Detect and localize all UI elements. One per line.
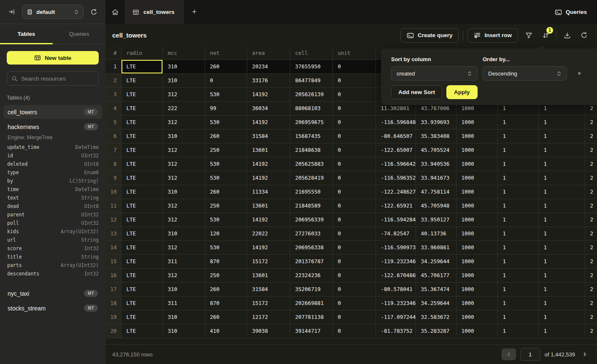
table-cell[interactable]: -117.097244 — [375, 310, 416, 324]
table-cell[interactable]: 0 — [332, 282, 375, 296]
table-cell[interactable]: 15172 — [247, 296, 290, 310]
table-cell[interactable]: 1000 — [456, 296, 497, 310]
table-cell[interactable]: 1 — [538, 199, 585, 213]
table-cell[interactable]: LTE — [121, 213, 162, 226]
table-cell[interactable]: 312 — [162, 240, 205, 254]
table-cell[interactable]: LTE — [121, 324, 162, 338]
table-cell[interactable]: 40.13736 — [416, 226, 456, 240]
table-cell[interactable]: 311 — [162, 296, 205, 310]
table-cell[interactable]: 2 — [585, 115, 597, 129]
table-cell[interactable]: 205625883 — [290, 157, 332, 171]
table-cell[interactable]: 2 — [585, 254, 597, 268]
table-cell[interactable]: -81.783752 — [375, 324, 416, 338]
table-cell[interactable]: 207781138 — [290, 310, 332, 324]
table-cell[interactable]: 1000 — [456, 240, 497, 254]
table-cell[interactable]: 410 — [205, 324, 247, 338]
table-cell[interactable]: 0 — [332, 115, 375, 129]
table-cell[interactable]: 32.583672 — [416, 310, 456, 324]
table-cell[interactable]: 0 — [332, 171, 375, 185]
table-cell[interactable]: -116.596352 — [375, 171, 416, 185]
table-cell[interactable]: 1 — [497, 199, 538, 213]
table-cell[interactable]: -74.82547 — [375, 226, 416, 240]
table-cell[interactable]: 870 — [205, 296, 247, 310]
table-cell[interactable]: -122.65921 — [375, 199, 416, 213]
column-header-net[interactable]: net — [205, 46, 247, 59]
sidebar-tab-queries[interactable]: Queries — [53, 24, 105, 44]
table-cell[interactable]: -122.248627 — [375, 185, 416, 199]
table-cell[interactable]: 1 — [497, 171, 538, 185]
table-cell[interactable]: 39038 — [247, 324, 290, 338]
table-cell[interactable]: 21848589 — [290, 199, 332, 213]
table-cell[interactable]: 21848638 — [290, 143, 332, 157]
table-cell[interactable]: 14192 — [247, 240, 290, 254]
table-cell[interactable]: 530 — [205, 87, 247, 101]
column-header-row-number[interactable]: # — [105, 46, 121, 59]
table-cell[interactable]: 1000 — [456, 143, 497, 157]
column-header-area[interactable]: area — [247, 46, 290, 59]
table-cell[interactable]: 1 — [497, 240, 538, 254]
table-cell[interactable]: 1 — [497, 282, 538, 296]
table-cell[interactable]: 27276033 — [290, 226, 332, 240]
table-cell[interactable]: LTE — [121, 115, 162, 129]
table-cell[interactable]: 1000 — [456, 213, 497, 226]
table-cell[interactable]: 1000 — [456, 157, 497, 171]
table-cell[interactable]: 0 — [205, 73, 247, 87]
insert-row-button[interactable]: Insert row — [467, 28, 518, 43]
table-cell[interactable]: 1 — [538, 310, 585, 324]
table-cell[interactable]: 45.706177 — [416, 268, 456, 282]
table-cell[interactable]: 205626139 — [290, 87, 332, 101]
table-cell[interactable]: 34.259644 — [416, 296, 456, 310]
table-cell[interactable]: LTE — [121, 59, 162, 73]
table-cell[interactable]: 1 — [497, 296, 538, 310]
table-cell[interactable]: 312 — [162, 199, 205, 213]
table-cell[interactable]: LTE — [121, 73, 162, 87]
table-cell[interactable]: 1 — [497, 324, 538, 338]
table-cell[interactable]: 2 — [585, 226, 597, 240]
table-cell[interactable]: 14192 — [247, 157, 290, 171]
sort-order-select[interactable]: Descending — [483, 66, 567, 81]
table-cell[interactable]: 1 — [538, 254, 585, 268]
table-cell[interactable]: 2 — [585, 129, 597, 143]
table-cell[interactable]: 312 — [162, 157, 205, 171]
table-cell[interactable]: -80.578041 — [375, 282, 416, 296]
table-cell[interactable]: 310 — [162, 73, 205, 87]
table-cell[interactable]: 260 — [205, 59, 247, 73]
table-cell[interactable]: 1000 — [456, 226, 497, 240]
table-cell[interactable]: 1000 — [456, 129, 497, 143]
table-cell[interactable]: 312 — [162, 268, 205, 282]
table-cell[interactable]: 312 — [162, 115, 205, 129]
table-cell[interactable]: 530 — [205, 115, 247, 129]
table-cell[interactable]: LTE — [121, 268, 162, 282]
table-cell[interactable]: 34.259644 — [416, 254, 456, 268]
table-cell[interactable]: 1 — [538, 129, 585, 143]
table-cell[interactable]: 1000 — [456, 185, 497, 199]
table-cell[interactable]: 1 — [497, 310, 538, 324]
table-cell[interactable]: 45.705948 — [416, 199, 456, 213]
table-cell[interactable]: 11334 — [247, 185, 290, 199]
table-cell[interactable]: 0 — [332, 101, 375, 115]
table-cell[interactable]: 1 — [497, 143, 538, 157]
table-cell[interactable]: 33.941673 — [416, 171, 456, 185]
table-cell[interactable]: 33.940536 — [416, 157, 456, 171]
table-cell[interactable]: -122.65007 — [375, 143, 416, 157]
table-cell[interactable]: 1 — [538, 185, 585, 199]
table-cell[interactable]: LTE — [121, 129, 162, 143]
home-icon[interactable] — [105, 0, 125, 24]
table-cell[interactable]: 0 — [332, 254, 375, 268]
table-cell[interactable]: 14192 — [247, 115, 290, 129]
table-cell[interactable]: 2 — [585, 171, 597, 185]
sort-icon[interactable]: 1 — [539, 29, 552, 42]
table-cell[interactable]: 33.960861 — [416, 240, 456, 254]
table-cell[interactable]: -119.232346 — [375, 296, 416, 310]
table-cell[interactable]: 1 — [497, 157, 538, 171]
table-cell[interactable]: 31584 — [247, 282, 290, 296]
table-cell[interactable]: 1 — [497, 115, 538, 129]
table-cell[interactable]: 530 — [205, 157, 247, 171]
table-cell[interactable]: 250 — [205, 268, 247, 282]
table-cell[interactable]: 206956339 — [290, 213, 332, 226]
tab-cell-towers[interactable]: cell_towers — [125, 0, 184, 24]
table-cell[interactable]: 310 — [162, 226, 205, 240]
table-cell[interactable]: 12172 — [247, 310, 290, 324]
sidebar-item-hackernews[interactable]: hackernewsMT — [3, 120, 102, 134]
table-cell[interactable]: 2 — [585, 296, 597, 310]
